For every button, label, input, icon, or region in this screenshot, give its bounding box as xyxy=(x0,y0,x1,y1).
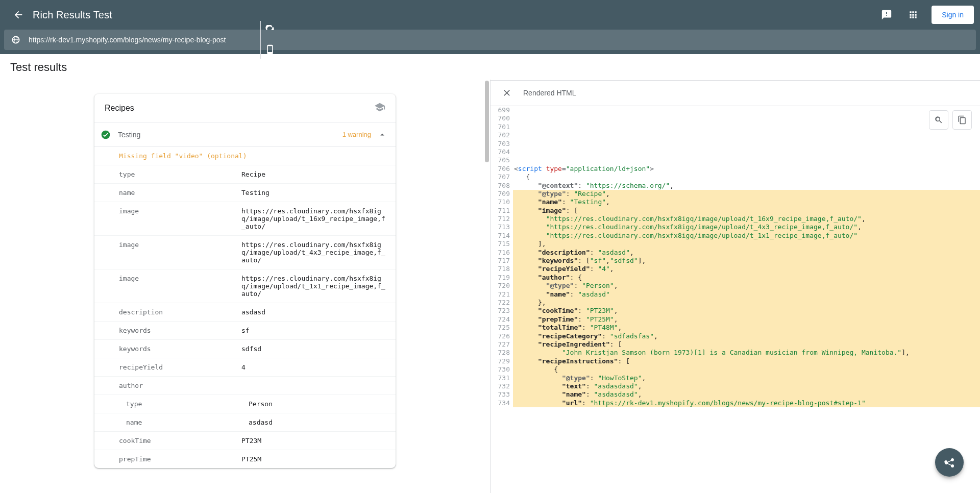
property-row: imagehttps://res.cloudinary.com/hsxfx8ig… xyxy=(94,235,396,269)
code-line: "totalTime": "PT48M", xyxy=(513,324,980,332)
property-key: keywords xyxy=(119,345,241,353)
code-line: "John Kristjan Samson (born 1973)[1] is … xyxy=(513,349,980,357)
item-label: Testing xyxy=(118,131,140,139)
recipes-card: Recipes Testing 1 warning Missing field xyxy=(94,94,396,468)
property-value: 4 xyxy=(241,363,387,371)
code-line: "recipeInstructions": [ xyxy=(513,357,980,365)
code-line xyxy=(513,106,980,114)
property-key: description xyxy=(119,308,241,316)
property-row: typeRecipe xyxy=(94,165,396,183)
property-value: sdfsd xyxy=(241,345,387,353)
url-bar[interactable]: https://rk-dev1.myshopify.com/blogs/news… xyxy=(4,30,976,50)
result-item-row[interactable]: Testing 1 warning xyxy=(94,122,396,147)
share-fab[interactable] xyxy=(935,448,964,477)
share-icon xyxy=(943,456,955,469)
property-row: keywordssf xyxy=(94,321,396,339)
property-row: descriptionasdasd xyxy=(94,303,396,321)
property-key: image xyxy=(119,275,241,298)
property-value: https://res.cloudinary.com/hsxfx8igq/ima… xyxy=(241,207,387,230)
property-value: asdasd xyxy=(249,418,387,426)
code-line: "prepTime": "PT25M", xyxy=(513,315,980,324)
property-key: name xyxy=(119,189,241,196)
code-line: "text": "asdasdasd", xyxy=(513,382,980,390)
app-title: Rich Results Test xyxy=(33,9,112,21)
education-icon[interactable] xyxy=(374,102,385,115)
code-line: <script type="application/ld+json"> xyxy=(513,165,980,173)
copy-icon xyxy=(958,115,967,125)
property-key: name xyxy=(126,418,249,426)
code-line: "name": "Testing", xyxy=(513,198,980,206)
property-row: nameTesting xyxy=(94,183,396,202)
property-row: author xyxy=(94,376,396,395)
property-key: type xyxy=(126,400,249,408)
property-row: keywordssdfsd xyxy=(94,339,396,358)
refresh-icon xyxy=(265,25,275,35)
property-value: Person xyxy=(249,400,387,408)
property-value: https://res.cloudinary.com/hsxfx8igq/ima… xyxy=(241,241,387,264)
code-line: "cookTime": "PT23M", xyxy=(513,307,980,315)
scrollbar[interactable] xyxy=(485,81,489,162)
code-line: "image": [ xyxy=(513,207,980,215)
device-button[interactable] xyxy=(261,40,279,59)
property-row: cookTimePT23M xyxy=(94,431,396,450)
property-value: Recipe xyxy=(241,170,387,178)
card-title: Recipes xyxy=(105,104,134,113)
property-row: recipeYield4 xyxy=(94,358,396,376)
code-line xyxy=(513,123,980,131)
property-key: keywords xyxy=(119,327,241,334)
property-value: sf xyxy=(241,327,387,334)
svg-point-0 xyxy=(102,130,110,139)
property-key: image xyxy=(119,241,241,264)
property-value xyxy=(241,382,387,389)
property-row: imagehttps://res.cloudinary.com/hsxfx8ig… xyxy=(94,269,396,303)
code-line: "@type": "Recipe", xyxy=(513,190,980,198)
search-icon xyxy=(934,115,943,125)
property-key: prepTime xyxy=(119,455,241,463)
close-icon xyxy=(502,88,512,98)
url-text: https://rk-dev1.myshopify.com/blogs/news… xyxy=(26,36,260,44)
code-line: "keywords": ["sf","sdfsd"], xyxy=(513,257,980,265)
feedback-icon xyxy=(881,9,892,20)
property-value: PT25M xyxy=(241,455,387,463)
chevron-up-icon[interactable] xyxy=(377,130,387,140)
smartphone-icon xyxy=(265,44,275,55)
property-value: asdasd xyxy=(241,308,387,316)
code-line xyxy=(513,114,980,122)
right-panel-tab: Rendered HTML xyxy=(523,89,576,97)
arrow-back-icon xyxy=(13,9,24,20)
property-row: nameasdasd xyxy=(94,413,396,431)
close-panel-button[interactable] xyxy=(499,85,515,101)
property-row: prepTimePT25M xyxy=(94,450,396,468)
code-line xyxy=(513,140,980,148)
refresh-button[interactable] xyxy=(261,21,279,39)
code-line: ], xyxy=(513,240,980,248)
code-line: "https://res.cloudinary.com/hsxfx8igq/im… xyxy=(513,223,980,231)
property-value: Testing xyxy=(241,189,387,196)
apps-icon xyxy=(908,10,918,20)
code-line: "recipeYield": "4", xyxy=(513,265,980,273)
code-line: "https://res.cloudinary.com/hsxfx8igq/im… xyxy=(513,232,980,240)
code-line: "name": "asdasdasd", xyxy=(513,390,980,399)
check-icon xyxy=(100,129,112,141)
back-button[interactable] xyxy=(6,3,31,27)
warning-count: 1 warning xyxy=(342,131,371,138)
property-row: imagehttps://res.cloudinary.com/hsxfx8ig… xyxy=(94,202,396,235)
code-line xyxy=(513,148,980,156)
code-line: "recipeIngredient": [ xyxy=(513,340,980,349)
missing-field-warning: Missing field "video" (optional) xyxy=(94,147,396,165)
code-line: }, xyxy=(513,299,980,307)
copy-code-button[interactable] xyxy=(952,110,972,130)
search-code-button[interactable] xyxy=(929,110,948,130)
property-key: author xyxy=(119,382,241,389)
code-line: "author": { xyxy=(513,274,980,282)
code-line: "recipeCategory": "sdfadsfas", xyxy=(513,332,980,340)
property-key: cookTime xyxy=(119,437,241,445)
code-line: "name": "asdasd" xyxy=(513,290,980,299)
code-line xyxy=(513,156,980,164)
code-line: "description": "asdasd", xyxy=(513,249,980,257)
property-row: typePerson xyxy=(94,395,396,413)
code-line: "@type": "Person", xyxy=(513,282,980,290)
code-line: "@context": "https://schema.org/", xyxy=(513,182,980,190)
property-value: PT23M xyxy=(241,437,387,445)
code-line: "@type": "HowToStep", xyxy=(513,374,980,382)
